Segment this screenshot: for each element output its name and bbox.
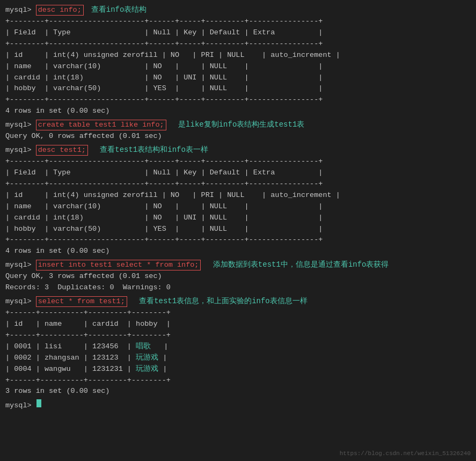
cmd-line-2: mysql> create table test1 like info; 是li… [5,119,471,131]
prompt-5: mysql> [5,296,36,308]
cmd-line-1: mysql> desc info;查看info表结构 [5,4,471,16]
section-insert-test1: mysql> insert into test1 select * from i… [5,259,471,294]
prompt-2: mysql> [5,120,36,131]
comment-desc-info: 查看info表结构 [91,4,147,16]
result-create-test1: Query OK, 0 rows affected (0.01 sec) [5,131,471,142]
result-select-test1-table: +------+----------+---------+--------+ |… [5,308,471,397]
result-insert-test1: Query OK, 3 rows affected (0.01 sec) Rec… [5,271,471,294]
cmd-line-3: mysql> desc test1; 查看test1表结构和info表一样 [5,144,471,156]
prompt-4: mysql> [5,260,36,271]
command-insert-test1: insert into test1 select * from info; [36,260,201,270]
watermark: https://blog.csdn.net/weixin_51326240 [340,450,471,457]
final-prompt: mysql> [5,400,36,412]
comment-insert-test1: 添加数据到表test1中，信息是通过查看info表获得 [208,259,389,271]
prompt-3: mysql> [5,145,36,156]
cmd-line-4: mysql> insert into test1 select * from i… [5,259,471,271]
section-desc-info: mysql> desc info;查看info表结构 +--------+---… [5,4,471,117]
section-select-test1: mysql> select * from test1; 查看test1表信息，和… [5,296,471,397]
command-desc-test1: desc test1; [36,145,88,156]
terminal: mysql> desc info;查看info表结构 +--------+---… [5,4,471,412]
comment-create-test1: 是like复制info表结构生成test1表 [174,119,305,131]
result-desc-test1: +--------+----------------------+------+… [5,156,471,257]
section-create-test1: mysql> create table test1 like info; 是li… [5,119,471,142]
result-desc-info: +--------+----------------------+------+… [5,16,471,117]
prompt-1: mysql> [5,5,36,16]
command-desc-info: desc info; [36,5,84,16]
cmd-line-5: mysql> select * from test1; 查看test1表信息，和… [5,296,471,308]
command-select-test1: select * from test1; [36,296,127,307]
section-desc-test1: mysql> desc test1; 查看test1表结构和info表一样 +-… [5,144,471,257]
command-create-test1: create table test1 like info; [36,120,166,130]
cursor [36,399,41,407]
comment-desc-test1: 查看test1表结构和info表一样 [96,144,208,156]
comment-select-test1: 查看test1表信息，和上面实验的info表信息一样 [135,296,307,308]
final-prompt-line: mysql> [5,399,471,412]
